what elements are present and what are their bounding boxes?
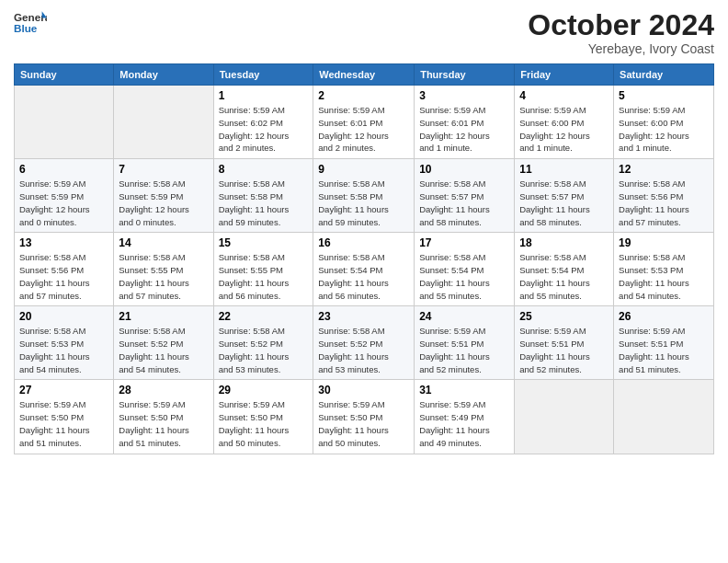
svg-text:Blue: Blue [14, 22, 38, 34]
day-info: Sunrise: 5:58 AMSunset: 5:56 PMDaylight:… [19, 251, 108, 302]
day-cell: 2Sunrise: 5:59 AMSunset: 6:01 PMDaylight… [313, 86, 415, 159]
title-block: October 2024 Yerebaye, Ivory Coast [528, 9, 714, 56]
header-saturday: Saturday [614, 64, 714, 86]
day-number: 10 [419, 163, 509, 176]
day-number: 29 [219, 384, 309, 396]
day-number: 22 [219, 310, 309, 323]
day-info: Sunrise: 5:59 AMSunset: 5:50 PMDaylight:… [119, 398, 208, 449]
day-info: Sunrise: 5:59 AMSunset: 6:00 PMDaylight:… [619, 104, 709, 155]
day-cell: 25Sunrise: 5:59 AMSunset: 5:51 PMDayligh… [515, 306, 614, 380]
day-info: Sunrise: 5:59 AMSunset: 6:00 PMDaylight:… [519, 104, 609, 155]
day-info: Sunrise: 5:58 AMSunset: 5:52 PMDaylight:… [318, 325, 409, 375]
day-cell: 1Sunrise: 5:59 AMSunset: 6:02 PMDaylight… [213, 86, 313, 159]
day-number: 31 [419, 384, 509, 396]
month-title: October 2024 [528, 9, 714, 41]
day-number: 2 [318, 89, 409, 102]
day-number: 11 [519, 163, 609, 176]
day-cell: 9Sunrise: 5:58 AMSunset: 5:58 PMDaylight… [313, 159, 415, 233]
day-info: Sunrise: 5:58 AMSunset: 5:52 PMDaylight:… [119, 325, 208, 375]
day-cell: 29Sunrise: 5:59 AMSunset: 5:50 PMDayligh… [213, 380, 313, 454]
day-number: 30 [318, 384, 409, 396]
day-cell: 26Sunrise: 5:59 AMSunset: 5:51 PMDayligh… [614, 306, 714, 380]
day-cell [114, 86, 213, 159]
day-cell: 30Sunrise: 5:59 AMSunset: 5:50 PMDayligh… [313, 380, 415, 454]
day-info: Sunrise: 5:58 AMSunset: 5:55 PMDaylight:… [219, 251, 309, 302]
day-number: 17 [419, 236, 509, 249]
day-number: 23 [318, 310, 409, 323]
week-row-2: 6Sunrise: 5:59 AMSunset: 5:59 PMDaylight… [15, 159, 714, 233]
day-cell: 17Sunrise: 5:58 AMSunset: 5:54 PMDayligh… [415, 233, 515, 306]
day-info: Sunrise: 5:58 AMSunset: 5:55 PMDaylight:… [119, 251, 208, 302]
day-number: 16 [318, 236, 409, 249]
page: General Blue October 2024 Yerebaye, Ivor… [0, 0, 728, 464]
day-info: Sunrise: 5:59 AMSunset: 5:50 PMDaylight:… [19, 398, 108, 449]
day-cell: 12Sunrise: 5:58 AMSunset: 5:56 PMDayligh… [614, 159, 714, 233]
day-info: Sunrise: 5:58 AMSunset: 5:53 PMDaylight:… [19, 325, 108, 375]
header-monday: Monday [114, 64, 213, 86]
day-info: Sunrise: 5:59 AMSunset: 5:50 PMDaylight:… [318, 398, 409, 449]
day-number: 9 [318, 163, 409, 176]
calendar-body: 1Sunrise: 5:59 AMSunset: 6:02 PMDaylight… [15, 86, 714, 454]
day-number: 1 [219, 89, 309, 102]
day-number: 8 [219, 163, 309, 176]
day-cell: 11Sunrise: 5:58 AMSunset: 5:57 PMDayligh… [515, 159, 614, 233]
day-cell: 8Sunrise: 5:58 AMSunset: 5:58 PMDaylight… [213, 159, 313, 233]
day-info: Sunrise: 5:59 AMSunset: 5:51 PMDaylight:… [619, 325, 709, 375]
day-cell: 24Sunrise: 5:59 AMSunset: 5:51 PMDayligh… [415, 306, 515, 380]
day-info: Sunrise: 5:59 AMSunset: 6:02 PMDaylight:… [219, 104, 309, 155]
day-number: 19 [619, 236, 709, 249]
day-number: 14 [119, 236, 208, 249]
day-cell: 15Sunrise: 5:58 AMSunset: 5:55 PMDayligh… [213, 233, 313, 306]
day-cell: 21Sunrise: 5:58 AMSunset: 5:52 PMDayligh… [114, 306, 213, 380]
day-cell: 3Sunrise: 5:59 AMSunset: 6:01 PMDaylight… [415, 86, 515, 159]
day-cell: 18Sunrise: 5:58 AMSunset: 5:54 PMDayligh… [515, 233, 614, 306]
day-cell: 20Sunrise: 5:58 AMSunset: 5:53 PMDayligh… [15, 306, 114, 380]
header-tuesday: Tuesday [213, 64, 313, 86]
day-info: Sunrise: 5:58 AMSunset: 5:52 PMDaylight:… [219, 325, 309, 375]
day-number: 25 [519, 310, 609, 323]
day-info: Sunrise: 5:59 AMSunset: 5:51 PMDaylight:… [519, 325, 609, 375]
day-cell: 31Sunrise: 5:59 AMSunset: 5:49 PMDayligh… [415, 380, 515, 454]
day-cell: 7Sunrise: 5:58 AMSunset: 5:59 PMDaylight… [114, 159, 213, 233]
logo-icon: General Blue [14, 9, 47, 35]
day-cell [515, 380, 614, 454]
week-row-3: 13Sunrise: 5:58 AMSunset: 5:56 PMDayligh… [15, 233, 714, 306]
day-info: Sunrise: 5:58 AMSunset: 5:56 PMDaylight:… [619, 178, 709, 228]
day-number: 5 [619, 89, 709, 102]
day-info: Sunrise: 5:58 AMSunset: 5:58 PMDaylight:… [318, 178, 409, 228]
header-thursday: Thursday [415, 64, 515, 86]
day-info: Sunrise: 5:59 AMSunset: 5:51 PMDaylight:… [419, 325, 509, 375]
day-cell: 4Sunrise: 5:59 AMSunset: 6:00 PMDaylight… [515, 86, 614, 159]
day-number: 13 [19, 236, 108, 249]
day-cell: 27Sunrise: 5:59 AMSunset: 5:50 PMDayligh… [15, 380, 114, 454]
logo: General Blue [14, 9, 49, 35]
day-cell: 5Sunrise: 5:59 AMSunset: 6:00 PMDaylight… [614, 86, 714, 159]
day-cell: 10Sunrise: 5:58 AMSunset: 5:57 PMDayligh… [415, 159, 515, 233]
location-subtitle: Yerebaye, Ivory Coast [528, 41, 714, 56]
day-cell: 22Sunrise: 5:58 AMSunset: 5:52 PMDayligh… [213, 306, 313, 380]
day-cell: 28Sunrise: 5:59 AMSunset: 5:50 PMDayligh… [114, 380, 213, 454]
day-cell: 19Sunrise: 5:58 AMSunset: 5:53 PMDayligh… [614, 233, 714, 306]
day-number: 7 [119, 163, 208, 176]
header-friday: Friday [515, 64, 614, 86]
day-info: Sunrise: 5:58 AMSunset: 5:57 PMDaylight:… [419, 178, 509, 228]
day-number: 21 [119, 310, 208, 323]
day-number: 26 [619, 310, 709, 323]
day-cell: 13Sunrise: 5:58 AMSunset: 5:56 PMDayligh… [15, 233, 114, 306]
day-info: Sunrise: 5:58 AMSunset: 5:54 PMDaylight:… [419, 251, 509, 302]
day-info: Sunrise: 5:58 AMSunset: 5:54 PMDaylight:… [318, 251, 409, 302]
day-number: 15 [219, 236, 309, 249]
day-cell [614, 380, 714, 454]
day-number: 20 [19, 310, 108, 323]
day-cell: 16Sunrise: 5:58 AMSunset: 5:54 PMDayligh… [313, 233, 415, 306]
week-row-5: 27Sunrise: 5:59 AMSunset: 5:50 PMDayligh… [15, 380, 714, 454]
weekday-header-row: Sunday Monday Tuesday Wednesday Thursday… [15, 64, 714, 86]
day-cell [15, 86, 114, 159]
day-number: 4 [519, 89, 609, 102]
day-number: 27 [19, 384, 108, 396]
header-sunday: Sunday [15, 64, 114, 86]
day-info: Sunrise: 5:58 AMSunset: 5:58 PMDaylight:… [219, 178, 309, 228]
day-info: Sunrise: 5:58 AMSunset: 5:54 PMDaylight:… [519, 251, 609, 302]
day-number: 18 [519, 236, 609, 249]
day-info: Sunrise: 5:59 AMSunset: 6:01 PMDaylight:… [318, 104, 409, 155]
